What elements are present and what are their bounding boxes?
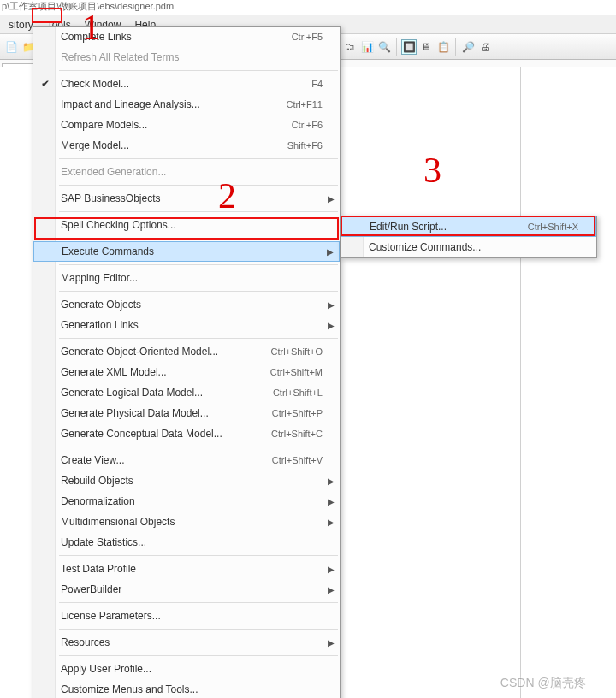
toolbar-icon-r6[interactable]: 📋 [435, 39, 451, 55]
toolbar-icon-r1[interactable]: 🗂 [342, 39, 358, 55]
menu-gen-oo[interactable]: Generate Object-Oriented Model...Ctrl+Sh… [33, 341, 340, 362]
menu-customize-menus[interactable]: Customize Menus and Tools... [33, 679, 340, 698]
title-bar: p\工作室项目\做账项目\ebs\designer.pdm [0, 0, 616, 15]
menu-refresh-related: Refresh All Related Terms [33, 47, 340, 68]
toolbar-icon-r8[interactable]: 🖨 [477, 39, 493, 55]
toolbar-icon-r5[interactable]: 🖥 [418, 39, 434, 55]
menu-test-data[interactable]: Test Data Profile▶ [33, 559, 340, 579]
menu-gen-conceptual[interactable]: Generate Conceptual Data Model...Ctrl+Sh… [33, 423, 340, 444]
menu-gen-xml[interactable]: Generate XML Model...Ctrl+Shift+M [33, 362, 340, 382]
chevron-right-icon: ▶ [328, 300, 335, 310]
menu-execute-commands[interactable]: Execute Commands▶ [33, 241, 340, 262]
menu-multidim[interactable]: Multidimensional Objects▶ [33, 512, 340, 532]
chevron-right-icon: ▶ [328, 476, 335, 486]
watermark: CSDN @脑壳疼___ [500, 676, 606, 691]
chevron-right-icon: ▶ [328, 585, 335, 594]
toolbar-icon-r2[interactable]: 📊 [359, 39, 375, 55]
menu-gen-objects[interactable]: Generate Objects▶ [33, 294, 340, 315]
chevron-right-icon: ▶ [328, 497, 335, 506]
chevron-right-icon: ▶ [328, 194, 335, 204]
menu-spell[interactable]: Spell Checking Options... [33, 215, 340, 235]
menu-impact[interactable]: Impact and Lineage Analysis...Ctrl+F11 [33, 94, 340, 115]
menu-extended-gen: Extended Generation... [33, 162, 340, 182]
menu-apply-profile[interactable]: Apply User Profile... [33, 659, 340, 679]
menu-rebuild[interactable]: Rebuild Objects▶ [33, 470, 340, 491]
check-icon: ✔ [41, 78, 50, 90]
menu-check-model[interactable]: ✔Check Model...F4 [33, 74, 340, 94]
menu-create-view[interactable]: Create View...Ctrl+Shift+V [33, 450, 340, 470]
submenu-edit-run-script[interactable]: Edit/Run Script...Ctrl+Shift+X [341, 216, 596, 237]
menu-resources[interactable]: Resources▶ [33, 632, 340, 653]
menu-powerbuilder[interactable]: PowerBuilder▶ [33, 579, 340, 600]
chevron-right-icon: ▶ [327, 247, 334, 257]
menu-merge[interactable]: Merge Model...Shift+F6 [33, 135, 340, 156]
chevron-right-icon: ▶ [328, 565, 335, 574]
chevron-right-icon: ▶ [328, 321, 335, 330]
toolbar-icon-r3[interactable]: 🔍 [376, 39, 392, 55]
chevron-right-icon: ▶ [328, 518, 335, 527]
chevron-right-icon: ▶ [328, 638, 335, 648]
menu-denorm[interactable]: Denormalization▶ [33, 491, 340, 512]
toolbar-icon-1[interactable]: 📄 [3, 39, 19, 55]
menu-update-stats[interactable]: Update Statistics... [33, 532, 340, 553]
menu-license[interactable]: License Parameters... [33, 606, 340, 626]
toolbar-icon-r4[interactable]: 🔲 [401, 39, 417, 55]
submenu-customize-commands[interactable]: Customize Commands... [341, 237, 596, 257]
menu-gen-links[interactable]: Generation Links▶ [33, 315, 340, 335]
menu-gen-physical[interactable]: Generate Physical Data Model...Ctrl+Shif… [33, 403, 340, 423]
menu-gen-logical[interactable]: Generate Logical Data Model...Ctrl+Shift… [33, 382, 340, 403]
menu-mapping[interactable]: Mapping Editor... [33, 268, 340, 288]
execute-submenu: Edit/Run Script...Ctrl+Shift+X Customize… [341, 216, 597, 258]
menu-complete-links[interactable]: Complete LinksCtrl+F5 [33, 27, 340, 47]
menu-compare[interactable]: Compare Models...Ctrl+F6 [33, 115, 340, 135]
tools-dropdown: Complete LinksCtrl+F5 Refresh All Relate… [33, 26, 341, 698]
toolbar-icon-r7[interactable]: 🔎 [460, 39, 476, 55]
menu-sap[interactable]: SAP BusinessObjects▶ [33, 188, 340, 209]
